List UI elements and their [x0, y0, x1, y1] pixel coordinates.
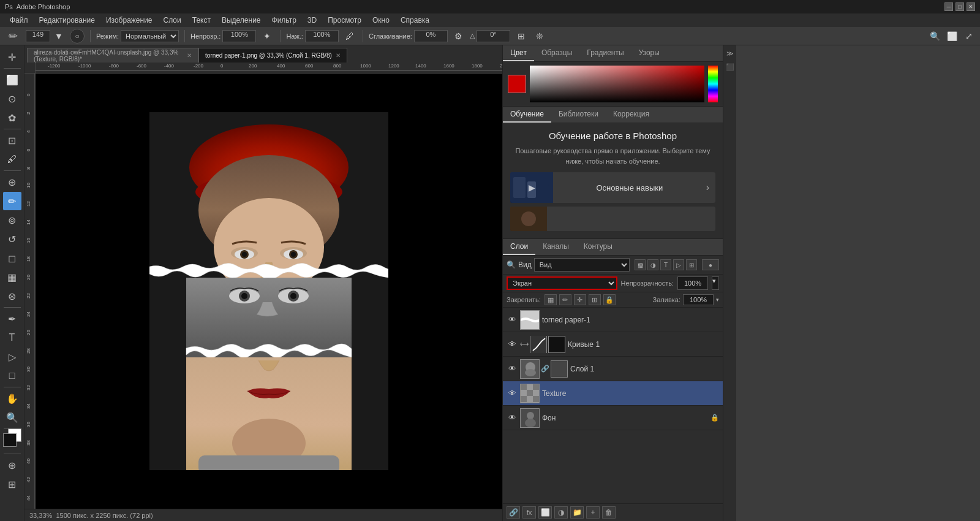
- layer-item-bg[interactable]: 👁 Фон 🔒: [503, 406, 723, 430]
- layer-vis-torned-paper[interactable]: 👁: [507, 314, 518, 325]
- tool-lasso[interactable]: ⊙: [3, 89, 21, 108]
- tab-patterns[interactable]: Узоры: [631, 45, 667, 61]
- tool-eraser[interactable]: ◻: [3, 249, 21, 267]
- layer-effects-btn[interactable]: fx: [522, 506, 536, 519]
- close-button[interactable]: ✕: [967, 2, 975, 11]
- fg-swatch-large[interactable]: [508, 75, 526, 93]
- brush-size-input[interactable]: 149: [26, 30, 50, 42]
- symmetry-btn[interactable]: ⊞: [514, 29, 529, 44]
- tab-swatches[interactable]: Образцы: [534, 45, 579, 61]
- tool-clone[interactable]: ⊚: [3, 211, 21, 229]
- layer-item-layer1[interactable]: 👁 🔗 Слой 1: [503, 357, 723, 381]
- arrange-btn[interactable]: ⤢: [962, 29, 976, 44]
- tool-text[interactable]: T: [3, 329, 21, 347]
- mode-select[interactable]: Нормальный: [121, 30, 179, 42]
- tab-1-close[interactable]: ✕: [336, 52, 341, 59]
- tab-gradients[interactable]: Градиенты: [579, 45, 631, 61]
- menu-text[interactable]: Текст: [187, 15, 216, 26]
- smooth-settings-btn[interactable]: ⚙: [451, 29, 466, 44]
- angle-input[interactable]: 0°: [477, 30, 510, 42]
- menu-file[interactable]: Файл: [5, 15, 33, 26]
- layer-item-curves[interactable]: 👁 ⟷ Кривые 1: [503, 332, 723, 357]
- lock-artboard-btn[interactable]: ⊞: [589, 294, 601, 305]
- tab-color[interactable]: Цвет: [503, 45, 534, 61]
- tab-1[interactable]: torned paper-1.png @ 33,3% (Слой 1, RGB/…: [198, 48, 347, 63]
- learn-card-1[interactable]: Основные навыки ›: [510, 172, 715, 203]
- menu-edit[interactable]: Редактирование: [34, 15, 100, 26]
- lock-transparent-btn[interactable]: ▦: [545, 294, 557, 305]
- lock-all-btn[interactable]: 🔒: [603, 294, 616, 305]
- tool-shape[interactable]: □: [3, 367, 21, 385]
- color-strip[interactable]: [708, 66, 718, 102]
- layer-item-torned-paper[interactable]: 👁 torned paper-1: [503, 308, 723, 332]
- lock-position-btn[interactable]: ✛: [574, 294, 586, 305]
- airbrush-btn[interactable]: ✦: [260, 29, 274, 44]
- layer-vis-bg[interactable]: 👁: [507, 413, 518, 424]
- lock-pixel-btn[interactable]: ✏: [559, 294, 571, 305]
- opacity-input[interactable]: 100%: [222, 30, 256, 42]
- link-layers-btn[interactable]: 🔗: [507, 506, 520, 519]
- layer-vis-texture[interactable]: 👁: [507, 388, 518, 399]
- tool-pen[interactable]: ✒: [3, 310, 21, 328]
- symmetry-btn2[interactable]: ❊: [532, 29, 547, 44]
- menu-filter[interactable]: Фильтр: [267, 15, 301, 26]
- fill-dropdown-arrow[interactable]: ▾: [716, 297, 719, 303]
- title-bar-right[interactable]: ─ □ ✕: [944, 2, 975, 11]
- new-fill-btn[interactable]: ◑: [554, 506, 568, 519]
- brush-picker-btn[interactable]: ▼: [51, 29, 66, 44]
- filter-shape-btn[interactable]: ▷: [673, 259, 684, 270]
- filter-pixel-btn[interactable]: ▩: [635, 259, 646, 270]
- opacity-value-input[interactable]: [677, 276, 708, 290]
- tab-paths[interactable]: Контуры: [576, 239, 620, 255]
- filter-toggle-btn[interactable]: ●: [702, 259, 719, 270]
- tool-move[interactable]: ✛: [3, 48, 21, 66]
- brush-tool-icon-large[interactable]: ✏: [4, 27, 22, 45]
- menu-help[interactable]: Справка: [396, 15, 434, 26]
- tool-zoom[interactable]: 🔍: [3, 408, 21, 427]
- smooth-input[interactable]: 0%: [414, 30, 448, 42]
- brush-hardness-icon[interactable]: ○: [70, 29, 85, 44]
- opacity-dropdown-arrow[interactable]: ▾: [712, 276, 719, 290]
- tool-hand[interactable]: ✋: [3, 389, 21, 408]
- color-gradient[interactable]: [530, 66, 704, 102]
- workspace-btn[interactable]: ⬜: [944, 29, 959, 44]
- tab-0-close[interactable]: ✕: [187, 52, 192, 59]
- fill-value-input[interactable]: [683, 294, 714, 305]
- menu-layers[interactable]: Слои: [159, 15, 186, 26]
- layer-vis-layer1[interactable]: 👁: [507, 363, 518, 375]
- new-layer-btn[interactable]: +: [586, 506, 600, 519]
- tool-history-brush[interactable]: ↺: [3, 230, 21, 248]
- tool-select-rect[interactable]: ⬜: [3, 70, 21, 89]
- tab-channels[interactable]: Каналы: [535, 239, 576, 255]
- tool-gradient[interactable]: ▦: [3, 268, 21, 286]
- tool-eyedropper[interactable]: 🖋: [3, 150, 21, 169]
- flow-input[interactable]: 100%: [305, 30, 339, 42]
- learn-card-2[interactable]: [510, 207, 715, 231]
- menu-select[interactable]: Выделение: [217, 15, 266, 26]
- filter-adj-btn[interactable]: ◑: [647, 259, 658, 270]
- filter-text-btn[interactable]: T: [660, 259, 671, 270]
- tab-0[interactable]: alireza-dolati-owFmHMC4QAI-unsplash.jpg …: [27, 48, 198, 63]
- tool-quickmask[interactable]: ⊕: [3, 456, 21, 474]
- tab-learn[interactable]: Обучение: [503, 107, 551, 123]
- panel-icon-1[interactable]: ⬛: [725, 61, 736, 72]
- filter-smart-btn[interactable]: ⊞: [686, 259, 697, 270]
- tool-screenmode[interactable]: ⊞: [3, 475, 21, 493]
- tool-quick-select[interactable]: ✿: [3, 108, 21, 127]
- tab-layers[interactable]: Слои: [503, 239, 535, 255]
- menu-view[interactable]: Просмотр: [323, 15, 366, 26]
- tool-path-select[interactable]: ▷: [3, 348, 21, 366]
- tool-heal[interactable]: ⊕: [3, 173, 21, 191]
- tab-libraries[interactable]: Библиотеки: [551, 107, 606, 123]
- menu-3d[interactable]: 3D: [303, 15, 322, 26]
- tool-dodge[interactable]: ⊛: [3, 287, 21, 305]
- tab-corrections[interactable]: Коррекция: [606, 107, 657, 123]
- tool-brush[interactable]: ✏: [3, 192, 21, 210]
- fg-color-swatch[interactable]: [3, 433, 17, 447]
- stylus-btn[interactable]: 🖊: [342, 29, 357, 44]
- maximize-button[interactable]: □: [956, 2, 964, 11]
- new-group-btn[interactable]: 📁: [570, 506, 584, 519]
- menu-image[interactable]: Изображение: [101, 15, 157, 26]
- blend-mode-select[interactable]: Экран Нормальный Умножение: [507, 276, 617, 290]
- add-mask-btn[interactable]: ⬜: [538, 506, 552, 519]
